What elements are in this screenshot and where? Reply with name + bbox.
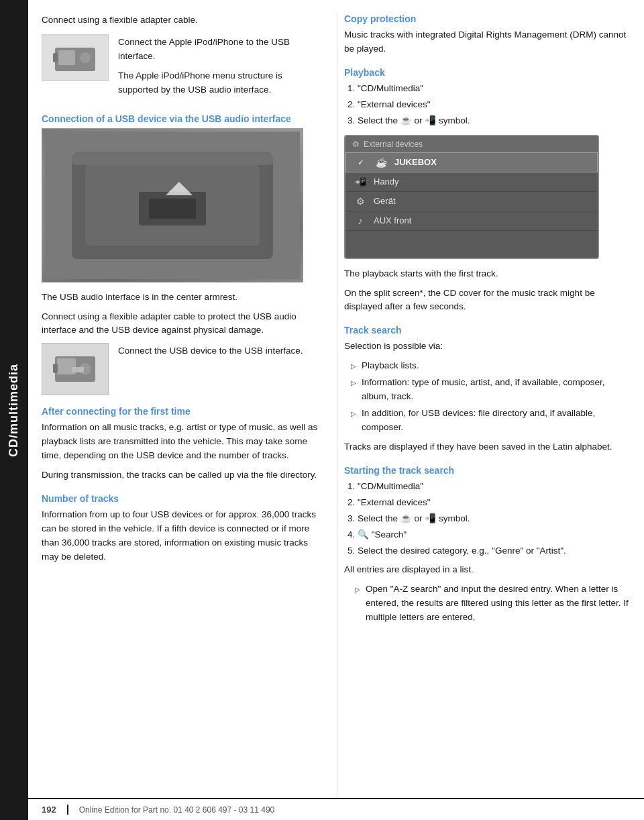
- geraet-icon: ⚙: [354, 196, 367, 207]
- playback-item-3: Select the ☕ or 📲 symbol.: [358, 114, 631, 128]
- handy-label: Handy: [374, 176, 590, 187]
- usb-photo-inner: [42, 129, 303, 282]
- playback-list: "CD/Multimedia" "External devices" Selec…: [344, 82, 631, 128]
- after-steps: All entries are displayed in a list.: [344, 563, 631, 577]
- right-column: Copy protection Music tracks with integr…: [337, 13, 644, 798]
- starting-step-4: 🔍 "Search": [358, 528, 631, 542]
- aux-label: AUX front: [374, 215, 590, 225]
- footer: 192 Online Edition for Part no. 01 40 2 …: [28, 798, 644, 820]
- after-screen-2: On the split screen*, the CD cover for t…: [344, 287, 631, 315]
- side-tab-label: CD/multimedia: [7, 363, 21, 456]
- section2-para1: Information on all music tracks, e.g. ar…: [42, 421, 323, 463]
- screen-body: ✓ ☕ JUKEBOX 📲 Handy ⚙ Gerät: [345, 152, 598, 258]
- jukebox-label: JUKEBOX: [394, 157, 589, 167]
- after-screen-1: The playback starts with the first track…: [344, 267, 631, 281]
- starting-step-5: Select the desired category, e.g., "Genr…: [358, 544, 631, 558]
- device-image-1: [42, 34, 109, 81]
- section1-para2: Connect using a flexible adapter cable t…: [42, 310, 323, 338]
- section2-heading: After connecting for the first time: [42, 406, 323, 417]
- aux-icon: ♪: [354, 215, 367, 226]
- svg-rect-3: [53, 53, 58, 62]
- starting-steps-list: "CD/Multimedia" "External devices" Selec…: [344, 480, 631, 558]
- screen-title: External devices: [364, 140, 423, 149]
- track-item-2: Information: type of music, artist, and,…: [351, 376, 631, 404]
- screen-row-jukebox: ✓ ☕ JUKEBOX: [345, 152, 598, 172]
- track-after-list: Tracks are displayed if they have been s…: [344, 440, 631, 454]
- left-column: Connect using a flexible adapter cable.: [28, 13, 337, 798]
- track-search-heading: Track search: [344, 325, 631, 336]
- sub-bullet-1: Open "A-Z search" and input the desired …: [355, 582, 631, 625]
- track-search-intro: Selection is possible via:: [344, 340, 631, 354]
- section3-para1: Information from up to four USB devices …: [42, 508, 323, 564]
- page-number: 192: [42, 805, 68, 815]
- playback-heading: Playback: [344, 67, 631, 78]
- main-content: Connect using a flexible adapter cable.: [28, 0, 644, 820]
- screen-title-bar: ⚙ External devices: [345, 136, 598, 152]
- device-image-2: [42, 343, 109, 395]
- track-item-1: Playback lists.: [351, 359, 631, 373]
- geraet-label: Gerät: [374, 196, 590, 206]
- section1-heading: Connection of a USB device via the USB a…: [42, 113, 323, 124]
- device-text-2: Connect the USB device to the USB interf…: [118, 343, 303, 364]
- screen-row-handy: 📲 Handy: [345, 172, 598, 192]
- starting-step-1: "CD/Multimedia": [358, 480, 631, 494]
- section3-heading: Number of tracks: [42, 493, 323, 504]
- svg-rect-10: [72, 152, 273, 165]
- screen-row-aux: ♪ AUX front: [345, 211, 598, 231]
- external-devices-screen: ⚙ External devices ✓ ☕ JUKEBOX 📲: [344, 135, 599, 259]
- svg-rect-8: [149, 199, 196, 219]
- starting-track-heading: Starting the track search: [344, 465, 631, 476]
- sub-arrow-list: Open "A-Z search" and input the desired …: [344, 582, 631, 625]
- playback-item-2: "External devices": [358, 98, 631, 112]
- svg-rect-15: [72, 367, 84, 372]
- starting-step-2: "External devices": [358, 496, 631, 510]
- screen-row-geraet: ⚙ Gerät: [345, 192, 598, 211]
- copy-protection-heading: Copy protection: [344, 13, 631, 24]
- section1-para1: The USB audio interface is in the center…: [42, 291, 323, 305]
- svg-point-2: [80, 52, 91, 63]
- section2-para2: During transmission, the tracks can be c…: [42, 468, 323, 482]
- device-box-2: Connect the USB device to the USB interf…: [42, 343, 323, 395]
- copy-protection-para: Music tracks with integrated Digital Rig…: [344, 28, 631, 56]
- device-text-1: Connect the Apple iPod/iPhone to the USB…: [118, 34, 323, 103]
- starting-step-3: Select the ☕ or 📲 symbol.: [358, 512, 631, 526]
- svg-rect-14: [53, 364, 58, 373]
- footer-text: Online Edition for Part no. 01 40 2 606 …: [79, 805, 275, 815]
- device-box-1: Connect the Apple iPod/iPhone to the USB…: [42, 34, 323, 103]
- jukebox-check-icon: ✓: [354, 158, 368, 167]
- screen-icon: ⚙: [352, 140, 360, 149]
- svg-rect-1: [58, 50, 75, 65]
- page-container: CD/multimedia Connect using a flexible a…: [0, 0, 644, 820]
- handy-icon: 📲: [354, 176, 367, 187]
- columns: Connect using a flexible adapter cable.: [28, 0, 644, 798]
- jukebox-usb-icon: ☕: [374, 157, 388, 168]
- track-item-3: In addition, for USB devices: file direc…: [351, 407, 631, 435]
- playback-item-1: "CD/Multimedia": [358, 82, 631, 96]
- usb-photo: [42, 128, 303, 283]
- side-tab: CD/multimedia: [0, 0, 28, 820]
- track-search-list: Playback lists. Information: type of mus…: [344, 359, 631, 435]
- intro-text: Connect using a flexible adapter cable.: [42, 13, 323, 28]
